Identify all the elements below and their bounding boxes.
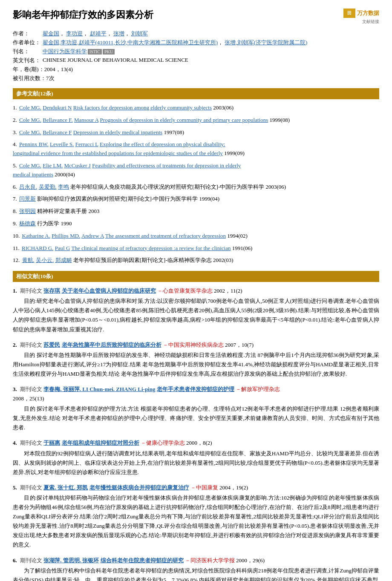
related-author-5[interactable]: 夏索. 张十红. 郑凯 bbox=[43, 484, 88, 491]
ref-item-12: 12. 黄航. 吴小云. 郑成畴 老年抑郁症预后的影响因素[期刊论文]-临床精神… bbox=[13, 256, 379, 265]
logo-area: 田 万方数据 文献链接 bbox=[343, 9, 379, 25]
ref-year-2: 1999(08) bbox=[269, 117, 290, 123]
related-journal-2: －中国实用神经疾病杂志 bbox=[163, 342, 224, 348]
ref-author-katharine[interactable]: Katharine A. bbox=[22, 233, 50, 239]
meta-table: 作者： 翟金国， 李功迎， 赵靖平， 张增， 刘朝军 作者单位： 翟金国,李功迎… bbox=[13, 30, 379, 82]
related-year-4: 2000，8(2) bbox=[186, 440, 212, 446]
ref-item-10: 10. Katharine A. Phillips MD. Andrew A T… bbox=[13, 232, 379, 241]
ref-author-leveille[interactable]: Leveille S. bbox=[50, 141, 74, 147]
citations-value: 7次 bbox=[46, 75, 55, 82]
ref-num-1: 1. bbox=[13, 104, 17, 111]
ref-author-paul[interactable]: Paul G bbox=[55, 245, 70, 251]
related-title-4[interactable]: 老年组和成年组抑郁症对照分析 bbox=[62, 440, 139, 446]
related-item-3-header: 3. 期刊论文 李春梅. 张丽萍. LI Chun-mei. ZHANG Li-… bbox=[13, 385, 379, 394]
related-title-1[interactable]: 关于老年心血管病人抑郁症的临床研究 bbox=[62, 288, 156, 294]
ref-author-cole-4[interactable]: Cole MG. bbox=[19, 162, 41, 169]
ref-title-6: 老年抑郁症病人免疫功能及其心理状况的对照研究[期刊论文]-中国行为医学科学 bbox=[70, 184, 264, 190]
related-author-4[interactable]: 于丽惠 bbox=[43, 440, 60, 446]
ref-author-cole-3[interactable]: Cole MG. bbox=[19, 129, 41, 135]
related-title-2[interactable]: 老年急性脑卒中后所致抑郁症的临床分析 bbox=[62, 342, 161, 348]
ref-author-mccusker[interactable]: McCusker J bbox=[64, 162, 90, 169]
ref-year-3: 1997(08) bbox=[164, 129, 184, 135]
related-journal-6: －同济医科大学学报 bbox=[185, 557, 235, 564]
ref-author-cole-1[interactable]: Cole MG. bbox=[19, 104, 41, 111]
related-title-6[interactable]: 综合科老年住院患者抑郁症的研究 bbox=[101, 557, 184, 564]
author-link-5[interactable]: 刘朝军 bbox=[131, 30, 148, 37]
ref-author-zhang[interactable]: 张明园 bbox=[19, 208, 36, 214]
ref-author-richard[interactable]: RICHARD G. bbox=[22, 245, 53, 251]
ref-year-8: 2003 bbox=[89, 208, 100, 214]
ref-num-9: 9. bbox=[13, 220, 17, 227]
ref-item-9: 9. 杨德森 行为医学 1990 bbox=[13, 219, 379, 228]
related-author-6[interactable]: 张湖萍. 管思明. 张银环 bbox=[43, 557, 99, 564]
year-row: 年，卷(期)： 2004，13(4) bbox=[13, 66, 379, 73]
ref-num-10: 10. bbox=[13, 233, 20, 239]
ref-item-5: 5. Cole MG. Elie LM. McCusker J Feasibil… bbox=[13, 161, 379, 179]
ref-year-7: 1999(04) bbox=[199, 196, 220, 202]
ref-author-penninx[interactable]: Penninx BW. bbox=[19, 141, 49, 147]
related-author-2[interactable]: 苏爱民 bbox=[43, 342, 60, 348]
ref-author-zheng[interactable]: 郑成畴 bbox=[55, 257, 72, 263]
related-item-6-header: 6. 期刊论文 张湖萍. 管思明. 张银环 综合科老年住院患者抑郁症的研究 －同… bbox=[13, 556, 379, 565]
author-link-2[interactable]: 李功迎 bbox=[66, 30, 83, 37]
ref-num-6: 6. bbox=[13, 184, 17, 190]
related-title-5[interactable]: 老年慢性躯体疾病合并抑郁症的康复治疗 bbox=[89, 484, 189, 491]
ref-author-phillips[interactable]: Phillips MD. bbox=[52, 233, 80, 239]
related-year-2: 2007，10(7) bbox=[225, 342, 254, 348]
reference-list: 1. Cole MG. Dendukuri N Risk factors for… bbox=[13, 104, 379, 265]
ref-author-mansour[interactable]: Mansour A bbox=[74, 117, 98, 123]
ref-author-wuxiaoyun[interactable]: 吴小云. bbox=[36, 257, 54, 263]
related-num-1: 1. bbox=[13, 288, 17, 294]
ref-item-7: 7. 闫景新 影响抑郁症疗效因素的病例对照研究[期刊论文]-中国行为医学科学 1… bbox=[13, 195, 379, 204]
ref-author-elie[interactable]: Elie LM. bbox=[43, 162, 63, 169]
related-author-1[interactable]: 张存琪 bbox=[43, 288, 60, 294]
ref-author-yan[interactable]: 闫景新 bbox=[19, 196, 36, 202]
ref-author-dendukuri[interactable]: Dendukuri N bbox=[43, 104, 72, 111]
ref-title-3[interactable]: Depression in elderly medical inpatients bbox=[73, 129, 162, 135]
related-header: 相似文献(10条) bbox=[13, 271, 379, 282]
ref-author-cole-2[interactable]: Cole MG. bbox=[19, 117, 41, 123]
citations-row: 被引用次数： 7次 bbox=[13, 75, 379, 82]
related-author-3[interactable]: 李春梅. 张丽萍. LI Chun-mei. ZHANG Li-ping bbox=[43, 386, 155, 392]
ref-author-bellavance-1[interactable]: Bellavance F. bbox=[43, 117, 72, 123]
related-journal-5: －中国康复 bbox=[190, 484, 218, 491]
related-desc-5: 目的:探讨单纯抗抑郁药物与药物综合治疗对老年慢性躯体疾病合并抑郁症患者躯体疾病康… bbox=[13, 493, 379, 550]
ref-author-yang[interactable]: 杨德森 bbox=[19, 220, 36, 227]
ref-title-10[interactable]: The assessment and treatment of refracto… bbox=[105, 233, 226, 239]
ref-num-11: 11. bbox=[13, 245, 20, 251]
related-title-3[interactable]: 老年手术患者伴发抑郁症的护理 bbox=[157, 386, 234, 392]
ref-title-11[interactable]: The clinical meaning of refractory depre… bbox=[71, 245, 231, 251]
ref-num-4: 4. bbox=[13, 141, 17, 147]
affil-link-1[interactable]: 翟金国,李功迎,赵靖平(410011,长沙,中南大学湘雅二医院精神卫生研究所) bbox=[43, 39, 218, 46]
ref-title-1[interactable]: Risk factors for depression among elderl… bbox=[73, 104, 212, 111]
related-list: 1. 期刊论文 张存琪 关于老年心血管病人抑郁症的临床研究 －心血管康复医学杂志… bbox=[13, 286, 379, 581]
references-header: 参考文献(12条) bbox=[13, 88, 379, 99]
ref-author-andrew[interactable]: Andrew A bbox=[81, 233, 104, 239]
ref-author-li[interactable]: 李鸣 bbox=[58, 184, 69, 190]
related-year-5: 2004，19(2) bbox=[219, 484, 248, 491]
ref-item-4: 4. Penninx BW. Leveille S. Ferrucci L Ex… bbox=[13, 140, 379, 158]
author-link-1[interactable]: 翟金国 bbox=[43, 30, 59, 37]
ref-author-huang[interactable]: 黄航. bbox=[22, 257, 35, 263]
ref-author-lv[interactable]: 吕永良. bbox=[19, 184, 37, 190]
journal-link[interactable]: 中国行为医学科学 bbox=[43, 48, 87, 55]
ref-year-11: 1991(06) bbox=[232, 245, 253, 251]
ref-author-bellavance-2[interactable]: Bellavance F bbox=[43, 129, 72, 135]
ref-year-9: 1990 bbox=[61, 220, 72, 227]
affil-link-2[interactable]: 张增,刘朝军(济宁医学院附属二院) bbox=[225, 39, 307, 46]
ref-year-1: 2003(06) bbox=[213, 104, 233, 111]
ref-title-8: 精神科评定量表手册 bbox=[37, 208, 87, 214]
ref-title-7: 影响抑郁症疗效因素的病例对照研究[期刊论文]-中国行为医学科学 bbox=[37, 196, 198, 202]
ref-author-wu[interactable]: 吴爱勤. bbox=[39, 184, 57, 190]
ref-author-ferrucci[interactable]: Ferrucci L bbox=[75, 141, 98, 147]
journal-row: 刊名： 中国行为医学科学 ISTIC PKU bbox=[13, 48, 379, 55]
istic-badge: ISTIC bbox=[88, 49, 102, 55]
related-year-1: 2002，11(2) bbox=[214, 288, 242, 294]
ref-title-12: 老年抑郁症预后的影响因素[期刊论文]-临床精神医学杂志 bbox=[73, 257, 212, 263]
ref-item-11: 11. RICHARD G. Paul G The clinical meani… bbox=[13, 244, 379, 253]
author-link-4[interactable]: 张增 bbox=[113, 30, 124, 37]
related-type-1: 期刊论文 bbox=[20, 288, 43, 294]
related-item-1-header: 1. 期刊论文 张存琪 关于老年心血管病人抑郁症的临床研究 －心血管康复医学杂志… bbox=[13, 286, 379, 296]
author-link-3[interactable]: 赵靖平 bbox=[90, 30, 107, 37]
ref-title-2[interactable]: Prognosis of depression in elderly commu… bbox=[100, 117, 268, 123]
